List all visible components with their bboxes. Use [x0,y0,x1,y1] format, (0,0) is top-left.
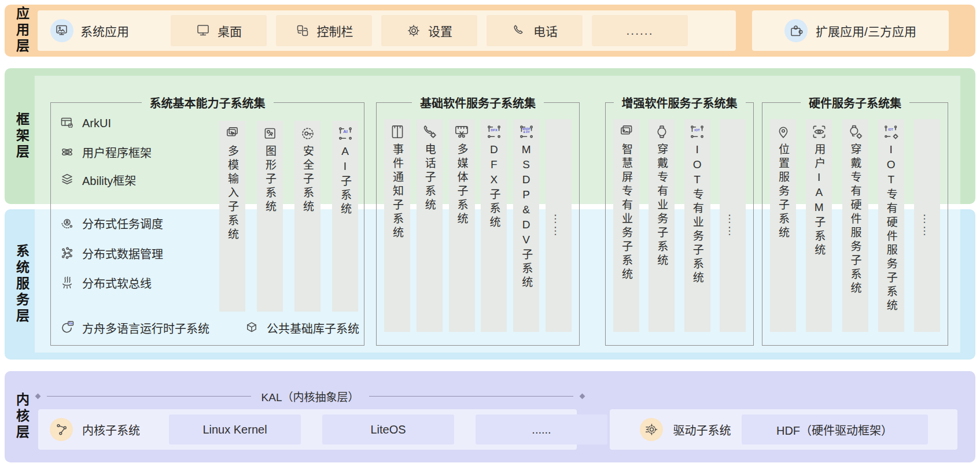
item-distributed-softbus: 分布式软总线 [60,273,227,292]
pillar-group: 事件通知子系统 电话子系统 多媒体子系统 DFX DFX子系统 MSDP& DV… [384,119,572,332]
kernel-subsystem-label: 内核子系统 [82,421,140,438]
pillar-label: MSDP&DV子系统 [521,143,532,290]
item-label: 分布式任务调度 [82,215,163,232]
item-label: ArkUI [82,117,111,130]
pillar-ai: AI AI子系统 [332,121,358,312]
cube-icon [244,320,259,335]
ellipsis-text: …… [726,213,739,238]
multimedia-icon [453,123,470,140]
pillar-label: 电话子系统 [424,143,435,213]
app-item-label: 系统应用 [80,22,129,39]
pillar-location: 位置服务子系统 [770,119,796,332]
pillar-label: 穿戴专有业务子系统 [656,143,667,268]
item-label: 分布式数据管理 [82,245,163,262]
phone-icon [511,23,526,38]
section-hardware-services: 硬件服务子系统集 位置服务子系统 用户IAM子系统 穿戴专有硬件服务子系统 IO… [762,102,948,346]
runtime-item-row: Aa 方舟多语言运行时子系统 公共基础库子系统 [60,318,359,338]
pillar-label: 事件通知子系统 [392,143,403,240]
svg-text:Aa: Aa [69,321,73,325]
pillar-telephony: 电话子系统 [417,119,443,332]
pillar-wearable-service: 穿戴专有业务子系统 [649,119,675,332]
distributed-task-icon [60,216,75,231]
pillar-label: IOT专有硬件服务子系统 [886,143,897,313]
pillar-smart-screen: 智慧屏专有业务子系统 [613,119,639,332]
item-user-program-framework: 用户程序框架 [60,142,227,162]
driver-subsystem-label: 驱动子系统 [673,421,731,438]
pillar-iot-hardware: IOT IOT专有硬件服务子系统 [878,119,904,332]
pillar-label: 用户IAM子系统 [813,143,824,258]
pillar-label: 多模输入子系统 [227,145,238,242]
framework-item-list: ArkUI 用户程序框架 Ability框架 分布式任务调度 分布式数据管理 [60,103,227,292]
app-item-control-bar: 控制栏 [276,15,372,46]
app-item-extension-apps: 扩展应用/三方应用 [752,10,949,51]
kernel-option-liteos: LiteOS [322,414,454,445]
user-iam-icon [810,123,828,140]
pillar-dfx: DFX DFX子系统 [481,119,507,332]
pillar-group: 位置服务子系统 用户IAM子系统 穿戴专有硬件服务子系统 IOT IOT专有硬件… [770,119,940,332]
item-arkui: ArkUI [60,113,227,133]
item-label: 分布式软总线 [82,275,152,291]
pillar-label: 智慧屏专有业务子系统 [621,143,632,282]
dfx-icon: DFX [485,123,503,140]
section-title: 增强软件服务子系统集 [614,94,746,111]
ellipsis-text: …… [552,213,565,238]
svg-text:MSDP: MSDP [522,128,530,131]
pillar-label: 穿戴专有硬件服务子系统 [850,143,861,296]
app-item-system-apps: 系统应用 [50,19,161,42]
driver-gear-icon [640,418,663,441]
app-item-label: 控制栏 [317,22,353,39]
middle-layers: 框架层 系统服务层 系统基本能力子系统集 ArkUI 用户程序框架 Ab [5,68,975,360]
pillar-label: 安全子系统 [302,145,313,214]
item-label: 方舟多语言运行时子系统 [82,320,209,336]
application-layer-band: 应用层 系统应用 桌面 控制栏 设置 电话 [5,5,975,57]
application-panel: 系统应用 桌面 控制栏 设置 电话 ...... [38,10,736,51]
section-basic-capabilities: 系统基本能力子系统集 ArkUI 用户程序框架 Ability框架 分布式任务调… [50,102,364,346]
kal-diamond-right-icon [580,393,585,399]
driver-option-hdf: HDF（硬件驱动框架） [742,414,928,445]
openharmony-architecture-diagram: 应用层 系统应用 桌面 控制栏 设置 电话 [0,0,980,474]
wearable-hardware-icon [846,123,864,140]
system-service-layer-label: 系统服务层 [5,209,38,360]
svg-text:DFX: DFX [491,128,498,132]
pillar-ellipsis: …… [546,119,572,332]
puzzle-icon [784,19,808,42]
section-title: 硬件服务子系统集 [801,94,909,111]
framework-layer-label: 框架层 [5,68,38,204]
pillar-multimodal-input: 多模输入子系统 [219,121,245,312]
pillar-label: 位置服务子系统 [778,143,789,240]
ability-icon [60,172,75,187]
pillar-group: 智慧屏专有业务子系统 穿戴专有业务子系统 IOT IOT专有业务子系统 …… [613,119,746,332]
item-ability-framework: Ability框架 [60,170,227,190]
app-item-settings: 设置 [381,15,477,46]
system-app-icon [50,19,73,42]
ai-icon: AI [337,125,354,142]
softbus-icon [60,275,75,290]
app-item-label: 扩展应用/三方应用 [816,22,916,39]
smart-screen-icon [618,123,635,140]
ark-runtime-icon: Aa [60,320,75,335]
section-title: 基础软件服务子系统集 [412,94,544,111]
pillar-multimedia: 多媒体子系统 [449,119,475,332]
multimodal-input-icon [224,125,241,142]
kernel-subsystem-panel: 内核子系统 Linux Kernel LiteOS ...... [38,409,577,450]
desktop-icon [196,23,211,38]
application-layer-label: 应用层 [5,5,38,57]
pillar-wearable-hardware: 穿戴专有硬件服务子系统 [842,119,868,332]
iot-hardware-icon: IOT [882,123,900,140]
app-item-label: 桌面 [218,22,242,39]
iot-icon: IOT [688,123,706,140]
kernel-option-linux: Linux Kernel [169,414,301,445]
ellipsis-text: ...... [626,24,653,38]
svg-text:IOT: IOT [695,128,701,132]
kal-title: KAL（内核抽象层） [258,388,363,404]
user-program-framework-icon [60,145,75,160]
app-item-desktop: 桌面 [171,15,267,46]
pillar-msdp-dv: MSDP& DV MSDP&DV子系统 [513,119,539,332]
telephony-icon [421,123,438,140]
item-label: Ability框架 [82,172,136,188]
distributed-data-icon [60,246,75,261]
section-enhanced-software-services: 增强软件服务子系统集 智慧屏专有业务子系统 穿戴专有业务子系统 IOT IOT专… [605,102,754,346]
pillar-group: 多模输入子系统 图形子系统 安全子系统 AI AI子系统 [219,121,358,312]
arkui-icon [60,116,75,131]
item-common-library: 公共基础库子系统 [244,318,359,338]
